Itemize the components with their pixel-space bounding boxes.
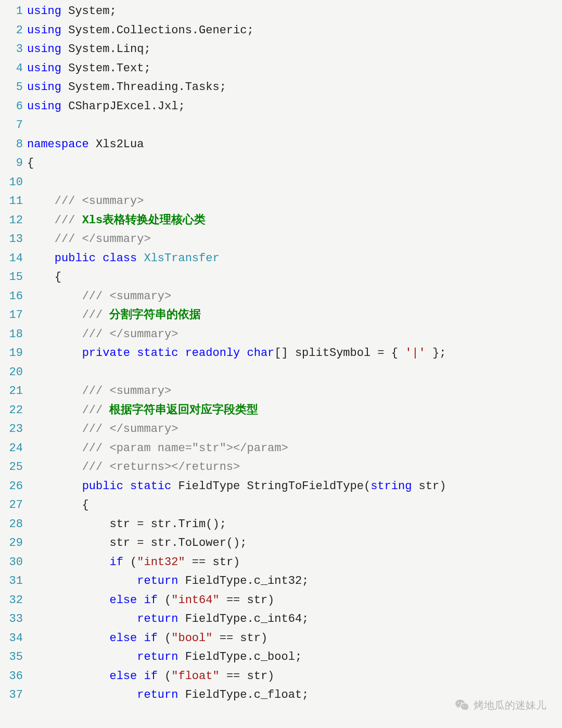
code-line: return FieldType.c_int32;: [27, 572, 562, 591]
token: [27, 214, 55, 227]
token: str): [412, 480, 446, 493]
watermark-text: 烤地瓜的迷妹儿: [474, 698, 546, 705]
line-number: 36: [0, 667, 23, 686]
line-number: 2: [0, 21, 23, 41]
token: == str): [220, 594, 275, 607]
token: (: [123, 556, 137, 569]
token: [27, 195, 55, 208]
token: if: [109, 556, 123, 569]
token: "float": [171, 670, 219, 683]
token: str = str.ToLower();: [27, 537, 247, 550]
line-number: 21: [0, 382, 23, 401]
token: [27, 461, 82, 474]
token: [27, 252, 55, 265]
token: XlsTransfer: [144, 252, 219, 265]
token: using: [27, 5, 61, 18]
token: FieldType.c_float;: [178, 688, 309, 701]
token: [240, 347, 247, 360]
line-number: 3: [0, 40, 23, 59]
token: [130, 347, 137, 360]
token: '|': [405, 347, 426, 360]
code-line: [27, 173, 562, 193]
token: [27, 594, 109, 607]
token: if: [144, 594, 157, 607]
token: /// <summary>: [82, 385, 172, 398]
code-line: [27, 363, 562, 382]
token: "int64": [171, 594, 219, 607]
code-line: else if ("bool" == str): [27, 629, 562, 648]
code-line: [27, 116, 562, 135]
token: private: [82, 347, 130, 360]
code-area: using System;using System.Collections.Ge…: [27, 2, 562, 705]
code-line: /// <returns></returns>: [27, 458, 562, 477]
token: /// <summary>: [55, 195, 144, 208]
token: [27, 404, 82, 417]
token: public: [55, 252, 96, 265]
code-line: {: [27, 496, 562, 515]
token: (: [158, 670, 171, 683]
token: {: [27, 157, 34, 170]
line-number: 30: [0, 553, 23, 572]
wechat-icon: [455, 698, 469, 705]
token: return: [137, 612, 178, 625]
line-number: 29: [0, 534, 23, 553]
code-line: /// </summary>: [27, 325, 562, 344]
token: [27, 556, 109, 569]
token: if: [144, 632, 157, 645]
token: [27, 650, 137, 663]
code-line: if ("int32" == str): [27, 553, 562, 572]
token: public: [82, 480, 123, 493]
line-number: 10: [0, 173, 23, 193]
watermark: 烤地瓜的迷妹儿: [455, 698, 546, 705]
line-number: 32: [0, 591, 23, 610]
line-number: 26: [0, 477, 23, 496]
line-number: 33: [0, 610, 23, 629]
token: readonly: [185, 347, 240, 360]
token: Xls表格转换处理核心类: [82, 214, 206, 227]
code-line: {: [27, 268, 562, 287]
token: == str): [185, 556, 240, 569]
code-line: /// <summary>: [27, 192, 562, 211]
code-line: private static readonly char[] splitSymb…: [27, 344, 562, 363]
token: [27, 574, 137, 587]
code-line: str = str.ToLower();: [27, 534, 562, 553]
token: System.Text;: [61, 62, 151, 75]
token: FieldType StringToFieldType(: [171, 480, 371, 493]
code-line: /// <summary>: [27, 287, 562, 306]
code-line: str = str.Trim();: [27, 515, 562, 534]
code-line: using System.Text;: [27, 59, 562, 79]
code-line: using CSharpJExcel.Jxl;: [27, 97, 562, 117]
token: using: [27, 24, 61, 37]
token: == str): [220, 670, 275, 683]
token: 根据字符串返回对应字段类型: [109, 404, 258, 417]
code-container: 1234567891011121314151617181920212223242…: [0, 0, 562, 705]
line-number: 24: [0, 439, 23, 458]
token: [27, 670, 109, 683]
token: char: [247, 347, 275, 360]
token: /// </summary>: [55, 233, 151, 246]
token: ///: [82, 404, 110, 417]
code-line: public static FieldType StringToFieldTyp…: [27, 477, 562, 496]
token: FieldType.c_int64;: [178, 612, 309, 625]
token: };: [426, 347, 446, 360]
token: /// <summary>: [82, 290, 172, 303]
code-line: else if ("int64" == str): [27, 591, 562, 610]
token: 分割字符串的依据: [109, 309, 201, 322]
line-number: 23: [0, 420, 23, 439]
code-line: /// <param name="str"></param>: [27, 439, 562, 458]
code-line: using System.Linq;: [27, 40, 562, 59]
code-line: {: [27, 154, 562, 173]
token: System;: [61, 5, 117, 18]
token: return: [137, 688, 178, 701]
token: else: [109, 594, 137, 607]
line-number: 27: [0, 496, 23, 515]
line-number: 11: [0, 192, 23, 211]
token: "int32": [137, 556, 185, 569]
token: "bool": [171, 632, 212, 645]
line-number: 22: [0, 401, 23, 420]
token: [178, 347, 185, 360]
line-number: 35: [0, 648, 23, 667]
token: using: [27, 100, 61, 113]
code-line: /// </summary>: [27, 420, 562, 439]
token: {: [27, 271, 61, 284]
